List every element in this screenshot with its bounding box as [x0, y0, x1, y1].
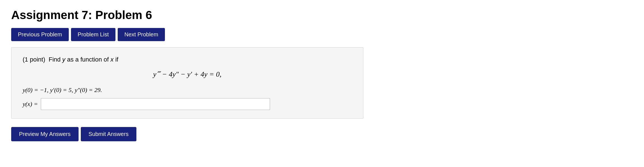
bottom-buttons: Preview My Answers Submit Answers — [11, 127, 633, 141]
previous-problem-button[interactable]: Previous Problem — [11, 28, 69, 41]
nav-buttons: Previous Problem Problem List Next Probl… — [11, 28, 633, 41]
conditions-text: y(0) = −1, y′(0) = 5, y″(0) = 29. — [23, 86, 102, 93]
answer-input[interactable] — [41, 98, 270, 110]
answer-label: y(x) = — [23, 100, 38, 108]
problem-points: (1 point) — [23, 56, 45, 63]
page-title: Assignment 7: Problem 6 — [11, 8, 633, 22]
equation-text: y‴ − 4y″ − y′ + 4y = 0, — [153, 70, 221, 78]
main-equation: y‴ − 4y″ − y′ + 4y = 0, — [23, 70, 352, 79]
submit-answers-button[interactable]: Submit Answers — [81, 127, 136, 141]
problem-list-button[interactable]: Problem List — [71, 28, 115, 41]
initial-conditions: y(0) = −1, y′(0) = 5, y″(0) = 29. — [23, 86, 352, 94]
problem-intro: (1 point) Find y as a function of x if — [23, 56, 352, 63]
problem-box: (1 point) Find y as a function of x if y… — [11, 47, 363, 119]
answer-row: y(x) = — [23, 98, 352, 110]
next-problem-button[interactable]: Next Problem — [118, 28, 165, 41]
preview-answers-button[interactable]: Preview My Answers — [11, 127, 79, 141]
